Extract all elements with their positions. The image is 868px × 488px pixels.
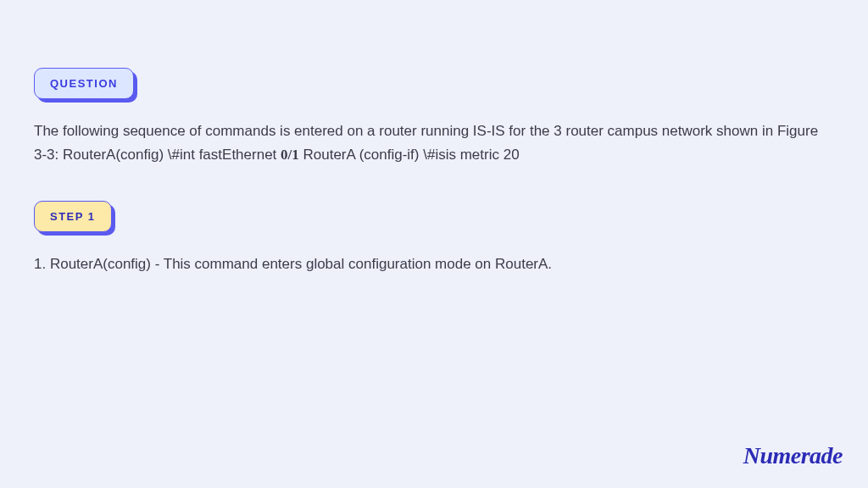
step-text: 1. RouterA(config) - This command enters…	[34, 252, 834, 275]
question-text: The following sequence of commands is en…	[34, 119, 831, 167]
question-badge-label: QUESTION	[34, 68, 134, 99]
step-badge-label: STEP 1	[34, 201, 112, 232]
question-math: 0/1	[281, 147, 299, 163]
question-badge: QUESTION	[34, 68, 134, 99]
question-text-after: RouterA (config-if) \#isis metric 20	[299, 147, 520, 163]
step-badge: STEP 1	[34, 201, 112, 232]
brand-logo: Numerade	[743, 442, 843, 469]
